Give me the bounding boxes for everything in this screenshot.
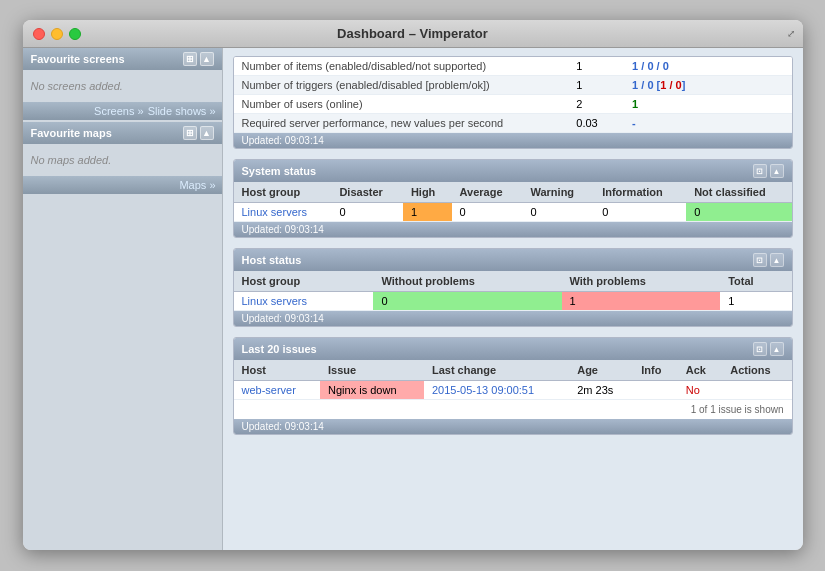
column-header: Total (720, 271, 791, 292)
info-value: 2 (568, 95, 624, 114)
column-header: With problems (562, 271, 721, 292)
collapse-maps-icon[interactable]: ▲ (200, 126, 214, 140)
issue-name: Nginx is down (320, 381, 424, 400)
host-status-header: Host status ⊡ ▲ (234, 249, 792, 271)
last-issues-title: Last 20 issues (242, 343, 317, 355)
column-header: Ack (678, 360, 722, 381)
no-maps-text: No maps added. (23, 144, 222, 176)
host-updated: Updated: 09:03:14 (234, 311, 792, 326)
system-cell: 0 (331, 203, 402, 222)
host-cell: 0 (373, 292, 561, 311)
issue-ack: No (678, 381, 722, 400)
collapse-screens-icon[interactable]: ▲ (200, 52, 214, 66)
info-value: 0.03 (568, 114, 624, 133)
host-cell: 1 (720, 292, 791, 311)
table-row: Linux servers010000 (234, 203, 792, 222)
last-issues-panel: Last 20 issues ⊡ ▲ HostIssueLast changeA… (233, 337, 793, 435)
resize-icon[interactable]: ⤢ (787, 28, 795, 39)
favourite-maps-label: Favourite maps (31, 127, 112, 139)
issues-updated: Updated: 09:03:14 (234, 419, 792, 434)
host-status-icons: ⊡ ▲ (753, 253, 784, 267)
host-cell: 1 (562, 292, 721, 311)
last-issues-table: HostIssueLast changeAgeInfoAckActions we… (234, 360, 792, 400)
host-cell: Linux servers (234, 292, 374, 311)
system-cell: 0 (594, 203, 686, 222)
traffic-lights (33, 28, 81, 40)
info-panel: Number of items (enabled/disabled/not su… (233, 56, 793, 149)
minimize-button[interactable] (51, 28, 63, 40)
system-cell: 0 (523, 203, 595, 222)
ack-link[interactable]: No (686, 384, 700, 396)
issues-collapse-icon[interactable]: ▲ (770, 342, 784, 356)
host-status-title: Host status (242, 254, 302, 266)
column-header: Actions (722, 360, 791, 381)
system-collapse-icon[interactable]: ▲ (770, 164, 784, 178)
system-status-header-row: Host groupDisasterHighAverageWarningInfo… (234, 182, 792, 203)
info-label: Number of items (enabled/disabled/not su… (234, 57, 569, 76)
sidebar: Favourite screens ⊞ ▲ No screens added. … (23, 48, 223, 550)
system-status-table: Host groupDisasterHighAverageWarningInfo… (234, 182, 792, 222)
host-status-panel: Host status ⊡ ▲ Host groupWithout proble… (233, 248, 793, 327)
map-icon[interactable]: ⊞ (183, 126, 197, 140)
host-collapse-icon[interactable]: ▲ (770, 253, 784, 267)
column-header: Host (234, 360, 321, 381)
favourite-screens-header: Favourite screens ⊞ ▲ (23, 48, 222, 70)
app-window: Dashboard – Vimperator ⤢ Favourite scree… (23, 20, 803, 550)
column-header: Average (452, 182, 523, 203)
system-cell: 1 (403, 203, 452, 222)
table-row: Number of triggers (enabled/disabled [pr… (234, 76, 792, 95)
info-stat: - (624, 114, 791, 133)
issue-actions (722, 381, 791, 400)
host-link[interactable]: web-server (242, 384, 296, 396)
column-header: Disaster (331, 182, 402, 203)
title-bar: Dashboard – Vimperator ⤢ (23, 20, 803, 48)
host-status-table: Host groupWithout problemsWith problemsT… (234, 271, 792, 311)
info-label: Required server performance, new values … (234, 114, 569, 133)
host-group-link[interactable]: Linux servers (242, 206, 307, 218)
screens-actions: Screens » Slide shows » (23, 102, 222, 120)
column-header: High (403, 182, 452, 203)
host-group-link[interactable]: Linux servers (242, 295, 307, 307)
system-status-icons: ⊡ ▲ (753, 164, 784, 178)
column-header: Issue (320, 360, 424, 381)
last-issues-icons: ⊡ ▲ (753, 342, 784, 356)
close-button[interactable] (33, 28, 45, 40)
info-stat: 1 (624, 95, 791, 114)
issue-last-change: 2015-05-13 09:00:51 (424, 381, 569, 400)
issue-info (633, 381, 677, 400)
last-change-link[interactable]: 2015-05-13 09:00:51 (432, 384, 534, 396)
table-row: Number of items (enabled/disabled/not su… (234, 57, 792, 76)
table-row: Linux servers011 (234, 292, 792, 311)
column-header: Host group (234, 271, 374, 292)
system-export-icon[interactable]: ⊡ (753, 164, 767, 178)
main-content-area: Favourite screens ⊞ ▲ No screens added. … (23, 48, 803, 550)
screen-icon[interactable]: ⊞ (183, 52, 197, 66)
favourite-maps-header: Favourite maps ⊞ ▲ (23, 122, 222, 144)
info-table: Number of items (enabled/disabled/not su… (234, 57, 792, 133)
system-cell: 0 (686, 203, 791, 222)
info-stat: 1 / 0 [1 / 0] (624, 76, 791, 95)
system-status-header: System status ⊡ ▲ (234, 160, 792, 182)
maps-link[interactable]: Maps » (179, 179, 215, 191)
window-title: Dashboard – Vimperator (337, 26, 488, 41)
column-header: Last change (424, 360, 569, 381)
issue-count: 1 of 1 issue is shown (234, 400, 792, 419)
main-panels: Number of items (enabled/disabled/not su… (223, 48, 803, 550)
system-status-panel: System status ⊡ ▲ Host groupDisasterHigh… (233, 159, 793, 238)
issues-export-icon[interactable]: ⊡ (753, 342, 767, 356)
table-row: Required server performance, new values … (234, 114, 792, 133)
info-updated: Updated: 09:03:14 (234, 133, 792, 148)
host-status-header-row: Host groupWithout problemsWith problemsT… (234, 271, 792, 292)
info-stat: 1 / 0 / 0 (624, 57, 791, 76)
issues-header-row: HostIssueLast changeAgeInfoAckActions (234, 360, 792, 381)
issue-host: web-server (234, 381, 321, 400)
column-header: Information (594, 182, 686, 203)
column-header: Warning (523, 182, 595, 203)
slide-shows-link[interactable]: Slide shows » (148, 105, 216, 117)
screens-link[interactable]: Screens » (94, 105, 144, 117)
maximize-button[interactable] (69, 28, 81, 40)
issue-age: 2m 23s (569, 381, 633, 400)
favourite-maps-section: Favourite maps ⊞ ▲ No maps added. Maps » (23, 122, 222, 194)
maps-header-icons: ⊞ ▲ (183, 126, 214, 140)
host-export-icon[interactable]: ⊡ (753, 253, 767, 267)
